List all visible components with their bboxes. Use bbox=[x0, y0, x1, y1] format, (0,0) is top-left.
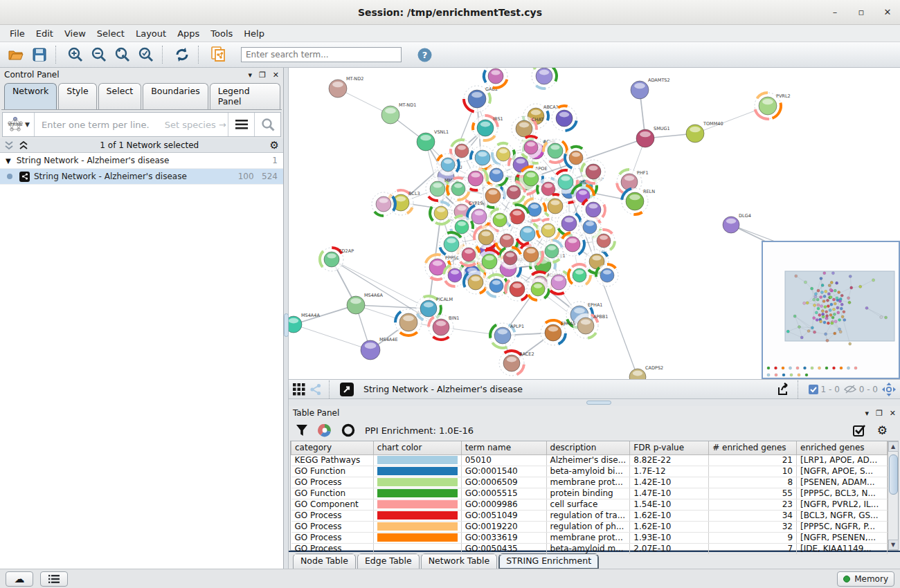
network-node-irs1[interactable]: IRS1 bbox=[473, 116, 503, 140]
network-node[interactable] bbox=[520, 136, 542, 158]
birdseye-toggle-icon[interactable] bbox=[882, 383, 896, 396]
network-node[interactable] bbox=[484, 68, 507, 88]
menu-help[interactable]: Help bbox=[238, 26, 270, 41]
network-node[interactable] bbox=[519, 243, 543, 266]
network-node[interactable] bbox=[547, 270, 570, 294]
network-node[interactable] bbox=[447, 178, 469, 200]
zoom-fit-button[interactable] bbox=[112, 45, 133, 64]
network-collection-row[interactable]: ▼ String Network - Alzheimer's disease 1 bbox=[0, 153, 283, 169]
panel-menu-icon[interactable]: ▾ bbox=[248, 71, 252, 80]
tab-node-table[interactable]: Node Table bbox=[293, 553, 356, 569]
tab-network-table[interactable]: Network Table bbox=[421, 553, 498, 569]
network-node[interactable] bbox=[596, 264, 618, 286]
network-node-ms4a4e[interactable]: MS4A4E bbox=[361, 337, 398, 360]
network-node-mt-nd1[interactable]: MT-ND1 bbox=[381, 102, 416, 124]
save-session-button[interactable] bbox=[29, 45, 50, 64]
network-node-ms4a4a[interactable]: MS4A4A bbox=[289, 313, 320, 333]
table-row[interactable]: GO FunctionGO:0001540beta-amyloid bi...1… bbox=[291, 466, 888, 477]
string-query-placeholder[interactable]: Enter one term per line. bbox=[42, 120, 150, 130]
network-node[interactable] bbox=[437, 154, 459, 176]
panel-menu-icon[interactable]: ▾ bbox=[865, 409, 869, 418]
network-node[interactable] bbox=[537, 219, 559, 241]
network-node-aplp1[interactable]: APLP1 bbox=[490, 323, 524, 348]
network-node-bin1[interactable]: BIN1 bbox=[429, 315, 459, 340]
column-header-category[interactable]: category bbox=[291, 441, 374, 454]
network-node[interactable] bbox=[527, 278, 549, 300]
birds-eye-view[interactable] bbox=[762, 241, 900, 379]
collapse-all-icon[interactable] bbox=[4, 141, 15, 150]
network-row[interactable]: String Network - Alzheimer's disease 100… bbox=[0, 169, 283, 185]
column-header--enriched-genes[interactable]: # enriched genes bbox=[709, 441, 797, 454]
network-node[interactable] bbox=[485, 275, 507, 297]
open-in-window-icon[interactable] bbox=[340, 383, 354, 396]
table-row[interactable]: GO ProcessGO:0051049regulation of tra...… bbox=[291, 510, 888, 521]
table-row[interactable]: GO ProcessGO:0006509membrane prot...1.42… bbox=[291, 477, 888, 488]
column-header-fdr-p-value[interactable]: FDR p-value bbox=[630, 441, 709, 454]
network-node-mt-nd2[interactable]: MT-ND2 bbox=[329, 76, 363, 98]
menu-view[interactable]: View bbox=[59, 26, 91, 41]
zoom-out-button[interactable] bbox=[89, 45, 109, 64]
table-row[interactable]: GO ProcessGO:0033619membrane prot...1.93… bbox=[291, 532, 888, 543]
tab-string-enrichment[interactable]: STRING Enrichment bbox=[498, 553, 599, 569]
panel-close-icon[interactable]: ✕ bbox=[273, 71, 279, 80]
open-session-button[interactable] bbox=[6, 45, 26, 64]
string-database-selector[interactable]: STRING ▼ bbox=[3, 113, 35, 136]
menu-select[interactable]: Select bbox=[91, 26, 130, 41]
network-canvas[interactable]: MT-ND2MT-ND1VSNL1GAB2IRS1ABCA1CHATACHEAP… bbox=[289, 68, 900, 379]
query-search-button[interactable] bbox=[254, 113, 280, 136]
vertical-splitter[interactable] bbox=[284, 68, 289, 569]
search-input[interactable] bbox=[241, 47, 402, 62]
menu-file[interactable]: File bbox=[4, 26, 30, 41]
maximize-button[interactable]: ▫ bbox=[856, 7, 867, 17]
network-from-clipboard-button[interactable] bbox=[208, 45, 228, 64]
grid-mode-icon[interactable] bbox=[293, 383, 305, 396]
tree-expanded-icon[interactable]: ▼ bbox=[6, 157, 11, 165]
panel-float-icon[interactable]: ❐ bbox=[876, 409, 883, 418]
table-row[interactable]: GO ProcessGO:0019220regulation of ph...1… bbox=[291, 521, 888, 532]
network-node-adamts2[interactable]: ADAMTS2 bbox=[631, 77, 670, 99]
zoom-in-button[interactable] bbox=[65, 45, 86, 64]
memory-button[interactable]: Memory bbox=[837, 571, 894, 587]
tab-boundaries[interactable]: Boundaries bbox=[143, 83, 208, 109]
network-node-gab2[interactable]: GAB2 bbox=[464, 86, 498, 112]
scroll-down-arrow[interactable]: ▼ bbox=[888, 540, 899, 550]
network-node-pvrl2[interactable]: PVRL2 bbox=[755, 93, 791, 119]
network-node[interactable] bbox=[532, 68, 557, 89]
tab-network[interactable]: Network bbox=[4, 83, 57, 109]
network-node[interactable] bbox=[478, 250, 501, 273]
splitter-handle[interactable] bbox=[284, 313, 289, 337]
filter-icon[interactable] bbox=[296, 424, 308, 437]
network-node[interactable] bbox=[485, 164, 507, 186]
expand-all-icon[interactable] bbox=[19, 141, 29, 150]
table-row[interactable]: GO FunctionGO:0005515protein binding1.47… bbox=[291, 488, 888, 499]
network-node-reln[interactable]: RELN bbox=[622, 188, 655, 214]
network-node[interactable] bbox=[440, 232, 463, 256]
table-scrollbar[interactable]: ▲ ▼ bbox=[888, 441, 898, 550]
network-node-tomm40[interactable]: TOMM40 bbox=[686, 121, 723, 143]
menu-tools[interactable]: Tools bbox=[205, 26, 238, 41]
scroll-thumb[interactable] bbox=[889, 454, 898, 495]
network-node[interactable] bbox=[505, 277, 529, 301]
close-button[interactable]: ✕ bbox=[882, 7, 893, 17]
help-button[interactable]: ? bbox=[414, 45, 435, 64]
menu-layout[interactable]: Layout bbox=[130, 26, 172, 41]
select-all-icon[interactable] bbox=[853, 424, 866, 437]
network-node[interactable] bbox=[464, 270, 487, 294]
network-node-bace2[interactable]: BACE2 bbox=[499, 351, 534, 376]
task-history-button[interactable] bbox=[40, 571, 68, 587]
column-header-term-name[interactable]: term name bbox=[461, 441, 546, 454]
panel-float-icon[interactable]: ❐ bbox=[259, 71, 266, 80]
column-header-description[interactable]: description bbox=[546, 441, 630, 454]
menu-edit[interactable]: Edit bbox=[30, 26, 59, 41]
share-network-icon[interactable] bbox=[309, 383, 322, 396]
network-node[interactable] bbox=[481, 184, 505, 208]
menu-apps[interactable]: Apps bbox=[172, 26, 205, 41]
species-hint[interactable]: Set species → bbox=[165, 120, 226, 130]
tab-legend-panel[interactable]: Legend Panel bbox=[210, 83, 280, 109]
query-options-button[interactable] bbox=[228, 113, 254, 136]
gear-icon[interactable]: ⚙ bbox=[270, 139, 279, 151]
table-row[interactable]: GO ProcessGO:0050435beta-amyloid m...2.0… bbox=[291, 543, 888, 554]
tab-select[interactable]: Select bbox=[98, 83, 142, 109]
column-header-chart-color[interactable]: chart color bbox=[373, 441, 461, 454]
horizontal-splitter[interactable] bbox=[289, 399, 900, 406]
